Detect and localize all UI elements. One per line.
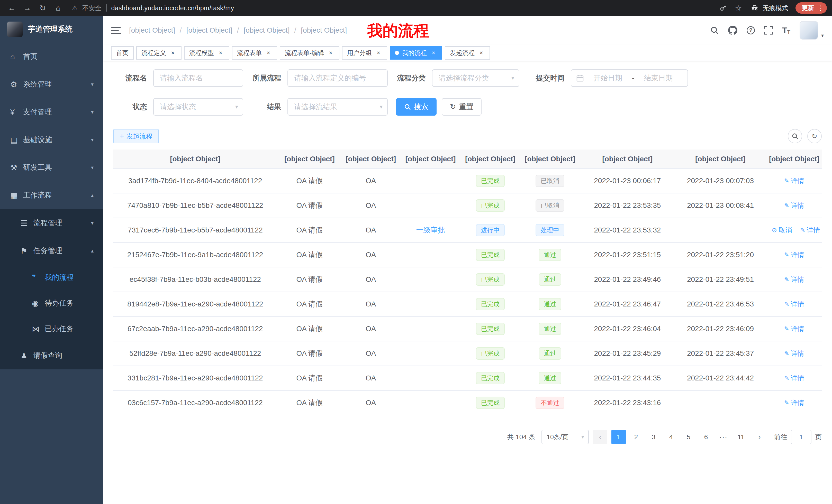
reset-button[interactable]: ↻ 重置 [442, 98, 482, 116]
cell-id: 3ad174fb-7b9d-11ec-8404-acde48001122 [113, 169, 277, 193]
column-header: [object Object] [400, 149, 461, 169]
breadcrumb-item[interactable]: [object Object] [301, 26, 347, 34]
bookmark-star-icon[interactable]: ☆ [732, 1, 745, 15]
page-button[interactable]: ··· [716, 430, 731, 444]
next-page-button[interactable]: › [752, 430, 767, 444]
detail-link[interactable]: ✎ 详情 [800, 226, 820, 235]
sidebar-item[interactable]: ⚙ 系统管理 ▾ [0, 71, 103, 98]
sidebar-item-label: 首页 [23, 52, 94, 61]
detail-link[interactable]: ✎ 详情 [784, 300, 804, 309]
result-select[interactable] [287, 98, 388, 116]
page-button[interactable]: 2 [629, 430, 643, 444]
tab-close-icon[interactable]: × [478, 49, 485, 57]
tab[interactable]: 流程表单-编辑 × [280, 46, 339, 60]
tab[interactable]: 我的流程 × [390, 46, 442, 60]
show-search-button[interactable] [788, 129, 802, 143]
detail-link[interactable]: ✎ 详情 [784, 374, 804, 383]
tab-close-icon[interactable]: × [217, 49, 224, 57]
help-icon[interactable]: ? [747, 26, 755, 34]
create-process-button[interactable]: + 发起流程 [113, 129, 159, 143]
sidebar-item[interactable]: ☰ 流程管理 ▾ [0, 209, 103, 237]
detail-link[interactable]: ✎ 详情 [784, 201, 804, 210]
category-select[interactable] [432, 69, 519, 87]
tab[interactable]: 用户分组 × [342, 46, 387, 60]
fullscreen-icon[interactable] [764, 26, 773, 35]
cell-actions: ⊘ 取消 ✎ 详情 [767, 316, 822, 341]
refresh-table-button[interactable]: ↻ [807, 129, 822, 143]
edit-icon: ✎ [784, 276, 789, 283]
sidebar-item[interactable]: ⌂ 首页 [0, 43, 103, 71]
task-link[interactable]: 一级审批 [416, 226, 445, 234]
forward-icon[interactable]: → [21, 1, 34, 15]
page-button[interactable]: 5 [681, 430, 696, 444]
breadcrumb-item[interactable]: [object Object] [129, 26, 175, 34]
end-date-input[interactable] [638, 74, 679, 82]
tab[interactable]: 首页 × [111, 46, 134, 60]
cell-end-time: 2022-01-22 23:45:37 [674, 341, 767, 366]
reload-icon[interactable]: ↻ [36, 1, 49, 15]
process-name-input[interactable] [153, 69, 243, 87]
tab[interactable]: 流程定义 × [136, 46, 182, 60]
detail-link[interactable]: ✎ 详情 [784, 398, 804, 408]
tab-close-icon[interactable]: × [265, 49, 272, 57]
tab[interactable]: 流程表单 × [232, 46, 277, 60]
goto-page-input[interactable] [791, 430, 811, 444]
process-definition-input[interactable] [287, 69, 388, 87]
tab-close-icon[interactable]: × [169, 49, 176, 57]
page-button[interactable]: 11 [734, 430, 748, 444]
menu-dots-icon[interactable]: ⋮ [817, 4, 824, 12]
detail-link[interactable]: ✎ 详情 [784, 349, 804, 358]
page-button[interactable]: 4 [664, 430, 678, 444]
process-table: [object Object] [object Object] [object … [113, 149, 822, 415]
detail-link[interactable]: ✎ 详情 [784, 325, 804, 333]
address-bar[interactable]: ⚠ 不安全 dashboard.yudao.iocoder.cn/bpm/tas… [72, 4, 714, 12]
page-button[interactable]: 1 [612, 430, 626, 444]
github-icon[interactable] [728, 26, 737, 35]
edit-icon: ✎ [784, 202, 789, 209]
table-row: 819442e8-7b9a-11ec-a290-acde48001122 OA … [113, 292, 822, 316]
status-select[interactable] [153, 98, 243, 116]
date-range-picker[interactable]: - [571, 69, 688, 87]
sidebar-item[interactable]: ▤ 基础设施 ▾ [0, 126, 103, 153]
sidebar-item[interactable]: ◉ 待办任务 [0, 290, 103, 316]
detail-link[interactable]: ✎ 详情 [784, 275, 804, 284]
cell-end-time [674, 390, 767, 415]
search-button[interactable]: 搜索 [396, 98, 437, 116]
search-icon[interactable] [710, 26, 719, 35]
avatar[interactable] [800, 21, 818, 39]
security-warning-icon: ⚠ [72, 4, 78, 11]
sidebar-item[interactable]: ♟ 请假查询 [0, 342, 103, 369]
sidebar-item[interactable]: ❞ 我的流程 [0, 264, 103, 290]
tab-close-icon[interactable]: × [430, 49, 437, 57]
sidebar-item[interactable]: ⋈ 已办任务 [0, 316, 103, 342]
user-menu[interactable]: ▾ [800, 21, 824, 39]
detail-link[interactable]: ✎ 详情 [784, 250, 804, 259]
page-button[interactable]: 6 [699, 430, 713, 444]
detail-link[interactable]: ✎ 详情 [784, 176, 804, 186]
sidebar-item[interactable]: ▦ 工作流程 ▴ [0, 181, 103, 209]
hamburger-icon[interactable] [111, 27, 121, 34]
sidebar-item[interactable]: ¥ 支付管理 ▾ [0, 98, 103, 126]
page-size-select[interactable]: 10条/页 ▾ [542, 430, 589, 444]
prev-page-button[interactable]: ‹ [593, 430, 607, 444]
password-key-icon[interactable] [716, 1, 730, 15]
breadcrumb: [object Object] / [object Object] / [obj… [129, 26, 347, 34]
page-button[interactable]: 3 [646, 430, 661, 444]
home-icon[interactable]: ⌂ [51, 1, 65, 15]
tab[interactable]: 流程模型 × [184, 46, 229, 60]
cancel-link[interactable]: ⊘ 取消 [772, 226, 792, 235]
back-icon[interactable]: ← [5, 1, 19, 15]
start-date-input[interactable] [587, 74, 629, 82]
breadcrumb-item[interactable]: [object Object] [186, 26, 232, 34]
update-button[interactable]: 更新 ⋮ [796, 2, 827, 13]
tab-close-icon[interactable]: × [375, 49, 382, 57]
tab-close-icon[interactable]: × [327, 49, 334, 57]
breadcrumb-item[interactable]: [object Object] [244, 26, 290, 34]
sidebar-item-label: 待办任务 [45, 298, 94, 308]
cell-end-time: 2022-01-22 23:44:42 [674, 366, 767, 390]
font-size-icon[interactable]: TT [782, 26, 790, 34]
sidebar-item[interactable]: ⚒ 研发工具 ▾ [0, 153, 103, 181]
sidebar-item[interactable]: ⚑ 任务管理 ▴ [0, 237, 103, 264]
tab[interactable]: 发起流程 × [445, 46, 490, 60]
navbar-actions: ? TT ▾ [710, 21, 824, 39]
